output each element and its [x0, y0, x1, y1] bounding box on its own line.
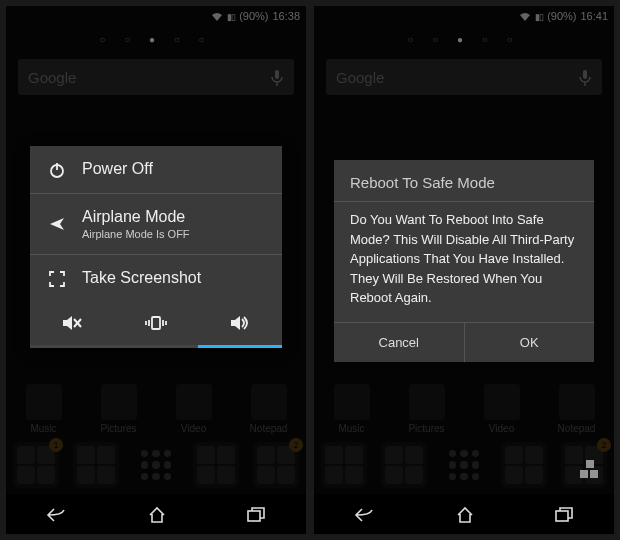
screenshot-icon [46, 269, 68, 288]
screenshot-left: (90%) 16:38 ○ ○ ● ○ ○ Google Music Pictu… [6, 6, 306, 534]
home-button[interactable] [147, 504, 167, 525]
back-button[interactable] [46, 504, 68, 525]
power-menu: Power Off Airplane Mode Airplane Mode Is… [30, 146, 282, 348]
airplane-sub: Airplane Mode Is OFF [82, 228, 190, 240]
cancel-button[interactable]: Cancel [334, 323, 465, 362]
screenshot-item[interactable]: Take Screenshot [30, 255, 282, 302]
power-off-item[interactable]: Power Off [30, 146, 282, 194]
screenshot-right: (90%) 16:41 ○ ○ ● ○ ○ Google Music Pictu… [314, 6, 614, 534]
svg-rect-12 [586, 460, 594, 468]
watermark-logo [576, 456, 606, 486]
power-icon [46, 160, 68, 179]
airplane-label: Airplane Mode [82, 208, 185, 225]
recent-button[interactable] [554, 504, 574, 525]
svg-rect-14 [590, 470, 598, 478]
airplane-icon [46, 214, 68, 233]
power-off-label: Power Off [82, 160, 153, 178]
dialog-title: Reboot To Safe Mode [334, 160, 594, 201]
svg-rect-13 [580, 470, 588, 478]
mute-icon[interactable] [30, 312, 113, 333]
svg-rect-10 [248, 511, 260, 521]
back-button[interactable] [354, 504, 376, 525]
vibrate-icon[interactable] [114, 312, 197, 333]
safe-mode-dialog: Reboot To Safe Mode Do You Want To Reboo… [334, 160, 594, 362]
airplane-item[interactable]: Airplane Mode Airplane Mode Is OFF [30, 194, 282, 255]
nav-bar [314, 494, 614, 534]
sound-mode-indicator [30, 345, 282, 348]
screenshot-label: Take Screenshot [82, 269, 201, 287]
sound-icon[interactable] [198, 312, 281, 333]
dialog-body: Do You Want To Reboot Into Safe Mode? Th… [334, 201, 594, 323]
home-button[interactable] [455, 504, 475, 525]
svg-rect-5 [152, 317, 160, 329]
nav-bar [6, 494, 306, 534]
sound-mode-row [30, 302, 282, 345]
svg-rect-15 [556, 511, 568, 521]
recent-button[interactable] [246, 504, 266, 525]
ok-button[interactable]: OK [465, 323, 595, 362]
